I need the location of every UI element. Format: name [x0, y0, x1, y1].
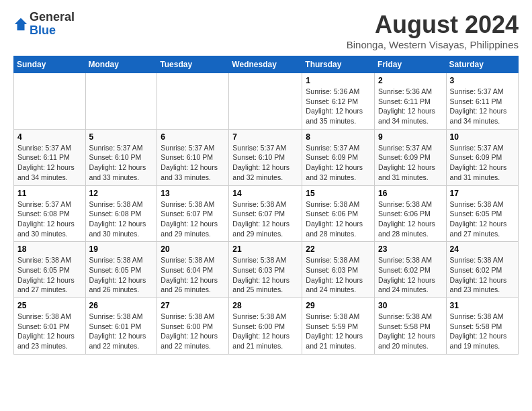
- day-info: Sunrise: 5:37 AMSunset: 6:10 PMDaylight:…: [89, 143, 154, 183]
- calendar-cell: 14Sunrise: 5:38 AMSunset: 6:07 PMDayligh…: [229, 185, 302, 242]
- day-info: Sunrise: 5:38 AMSunset: 6:06 PMDaylight:…: [378, 199, 443, 239]
- day-info: Sunrise: 5:38 AMSunset: 5:58 PMDaylight:…: [378, 312, 443, 351]
- calendar-cell: 28Sunrise: 5:38 AMSunset: 6:00 PMDayligh…: [229, 298, 302, 355]
- calendar-cell: [14, 73, 86, 130]
- calendar-cell: 15Sunrise: 5:38 AMSunset: 6:06 PMDayligh…: [302, 185, 375, 242]
- day-info: Sunrise: 5:37 AMSunset: 6:11 PMDaylight:…: [450, 87, 515, 126]
- calendar-cell: 6Sunrise: 5:37 AMSunset: 6:10 PMDaylight…: [157, 129, 229, 185]
- calendar-cell: 13Sunrise: 5:38 AMSunset: 6:07 PMDayligh…: [157, 185, 229, 242]
- day-number: 24: [450, 244, 515, 254]
- calendar-cell: 3Sunrise: 5:37 AMSunset: 6:11 PMDaylight…: [446, 73, 518, 130]
- day-info: Sunrise: 5:37 AMSunset: 6:11 PMDaylight:…: [17, 143, 82, 183]
- day-info: Sunrise: 5:37 AMSunset: 6:08 PMDaylight:…: [17, 199, 82, 239]
- logo-icon: [13, 17, 28, 32]
- weekday-header: Tuesday: [157, 56, 229, 73]
- day-number: 7: [232, 132, 298, 142]
- calendar-cell: 26Sunrise: 5:38 AMSunset: 6:01 PMDayligh…: [85, 298, 157, 355]
- weekday-header: Wednesday: [229, 56, 302, 73]
- logo-general-text: General: [30, 10, 75, 24]
- day-number: 30: [378, 301, 443, 310]
- calendar-cell: 5Sunrise: 5:37 AMSunset: 6:10 PMDaylight…: [85, 129, 157, 185]
- calendar-table: SundayMondayTuesdayWednesdayThursdayFrid…: [13, 56, 519, 355]
- svg-marker-0: [15, 18, 27, 30]
- calendar-week-row: 4Sunrise: 5:37 AMSunset: 6:11 PMDaylight…: [14, 129, 519, 185]
- calendar-cell: 25Sunrise: 5:38 AMSunset: 6:01 PMDayligh…: [14, 298, 86, 355]
- day-number: 3: [450, 76, 515, 85]
- day-info: Sunrise: 5:38 AMSunset: 6:02 PMDaylight:…: [378, 255, 443, 295]
- logo-blue-text: Blue: [30, 24, 56, 37]
- calendar-cell: 16Sunrise: 5:38 AMSunset: 6:06 PMDayligh…: [375, 185, 447, 242]
- day-info: Sunrise: 5:38 AMSunset: 6:08 PMDaylight:…: [89, 199, 154, 239]
- calendar-cell: 29Sunrise: 5:38 AMSunset: 5:59 PMDayligh…: [302, 298, 375, 355]
- calendar-cell: [229, 73, 302, 130]
- weekday-header: Monday: [85, 56, 157, 73]
- day-number: 29: [306, 301, 371, 310]
- day-number: 26: [89, 301, 154, 310]
- day-number: 6: [161, 132, 225, 142]
- day-number: 10: [450, 132, 515, 142]
- calendar-cell: 11Sunrise: 5:37 AMSunset: 6:08 PMDayligh…: [14, 185, 86, 242]
- day-info: Sunrise: 5:38 AMSunset: 6:01 PMDaylight:…: [17, 312, 82, 351]
- day-number: 21: [232, 244, 298, 254]
- calendar-cell: 7Sunrise: 5:37 AMSunset: 6:10 PMDaylight…: [229, 129, 302, 185]
- weekday-header: Thursday: [302, 56, 375, 73]
- calendar-cell: 23Sunrise: 5:38 AMSunset: 6:02 PMDayligh…: [375, 242, 447, 298]
- day-number: 12: [89, 189, 154, 198]
- weekday-header: Friday: [375, 56, 447, 73]
- day-number: 13: [161, 189, 225, 198]
- day-number: 17: [450, 189, 515, 198]
- day-info: Sunrise: 5:38 AMSunset: 5:59 PMDaylight:…: [306, 312, 371, 351]
- day-info: Sunrise: 5:37 AMSunset: 6:09 PMDaylight:…: [306, 143, 371, 183]
- month-title: August 2024: [347, 11, 519, 39]
- day-info: Sunrise: 5:38 AMSunset: 6:03 PMDaylight:…: [306, 255, 371, 295]
- day-number: 15: [306, 189, 371, 198]
- calendar-cell: 19Sunrise: 5:38 AMSunset: 6:05 PMDayligh…: [85, 242, 157, 298]
- day-number: 27: [161, 301, 225, 310]
- weekday-header-row: SundayMondayTuesdayWednesdayThursdayFrid…: [14, 56, 519, 73]
- calendar-cell: 9Sunrise: 5:37 AMSunset: 6:09 PMDaylight…: [375, 129, 447, 185]
- weekday-header: Sunday: [14, 56, 86, 73]
- day-info: Sunrise: 5:38 AMSunset: 6:06 PMDaylight:…: [306, 199, 371, 239]
- logo-text: General Blue: [30, 11, 75, 38]
- day-info: Sunrise: 5:38 AMSunset: 5:58 PMDaylight:…: [450, 312, 515, 351]
- day-info: Sunrise: 5:38 AMSunset: 6:02 PMDaylight:…: [450, 255, 515, 295]
- day-info: Sunrise: 5:38 AMSunset: 6:07 PMDaylight:…: [232, 199, 298, 239]
- day-number: 11: [17, 189, 82, 198]
- calendar-cell: [85, 73, 157, 130]
- calendar-cell: 31Sunrise: 5:38 AMSunset: 5:58 PMDayligh…: [446, 298, 518, 355]
- day-number: 19: [89, 244, 154, 254]
- day-info: Sunrise: 5:36 AMSunset: 6:11 PMDaylight:…: [378, 87, 443, 126]
- day-number: 16: [378, 189, 443, 198]
- calendar-cell: 30Sunrise: 5:38 AMSunset: 5:58 PMDayligh…: [375, 298, 447, 355]
- day-info: Sunrise: 5:38 AMSunset: 6:03 PMDaylight:…: [232, 255, 298, 295]
- day-number: 23: [378, 244, 443, 254]
- calendar-cell: 12Sunrise: 5:38 AMSunset: 6:08 PMDayligh…: [85, 185, 157, 242]
- day-info: Sunrise: 5:38 AMSunset: 6:07 PMDaylight:…: [161, 199, 225, 239]
- day-number: 2: [378, 76, 443, 85]
- calendar-week-row: 11Sunrise: 5:37 AMSunset: 6:08 PMDayligh…: [14, 185, 519, 242]
- day-number: 14: [232, 189, 298, 198]
- calendar-cell: 22Sunrise: 5:38 AMSunset: 6:03 PMDayligh…: [302, 242, 375, 298]
- day-info: Sunrise: 5:38 AMSunset: 6:01 PMDaylight:…: [89, 312, 154, 351]
- day-number: 25: [17, 301, 82, 310]
- day-number: 1: [306, 76, 371, 85]
- day-number: 8: [306, 132, 371, 142]
- calendar-cell: 24Sunrise: 5:38 AMSunset: 6:02 PMDayligh…: [446, 242, 518, 298]
- calendar-week-row: 25Sunrise: 5:38 AMSunset: 6:01 PMDayligh…: [14, 298, 519, 355]
- day-info: Sunrise: 5:38 AMSunset: 6:00 PMDaylight:…: [232, 312, 298, 351]
- calendar-cell: 8Sunrise: 5:37 AMSunset: 6:09 PMDaylight…: [302, 129, 375, 185]
- day-info: Sunrise: 5:37 AMSunset: 6:09 PMDaylight:…: [450, 143, 515, 183]
- calendar-cell: 1Sunrise: 5:36 AMSunset: 6:12 PMDaylight…: [302, 73, 375, 130]
- logo: General Blue: [13, 11, 75, 38]
- weekday-header: Saturday: [446, 56, 518, 73]
- calendar-cell: 10Sunrise: 5:37 AMSunset: 6:09 PMDayligh…: [446, 129, 518, 185]
- calendar-cell: 17Sunrise: 5:38 AMSunset: 6:05 PMDayligh…: [446, 185, 518, 242]
- calendar-week-row: 1Sunrise: 5:36 AMSunset: 6:12 PMDaylight…: [14, 73, 519, 130]
- day-info: Sunrise: 5:37 AMSunset: 6:10 PMDaylight:…: [161, 143, 225, 183]
- day-number: 4: [17, 132, 82, 142]
- calendar-week-row: 18Sunrise: 5:38 AMSunset: 6:05 PMDayligh…: [14, 242, 519, 298]
- calendar-cell: 4Sunrise: 5:37 AMSunset: 6:11 PMDaylight…: [14, 129, 86, 185]
- page-header: General Blue August 2024 Binonga, Wester…: [13, 11, 519, 50]
- title-block: August 2024 Binonga, Western Visayas, Ph…: [347, 11, 519, 50]
- day-info: Sunrise: 5:38 AMSunset: 6:00 PMDaylight:…: [161, 312, 225, 351]
